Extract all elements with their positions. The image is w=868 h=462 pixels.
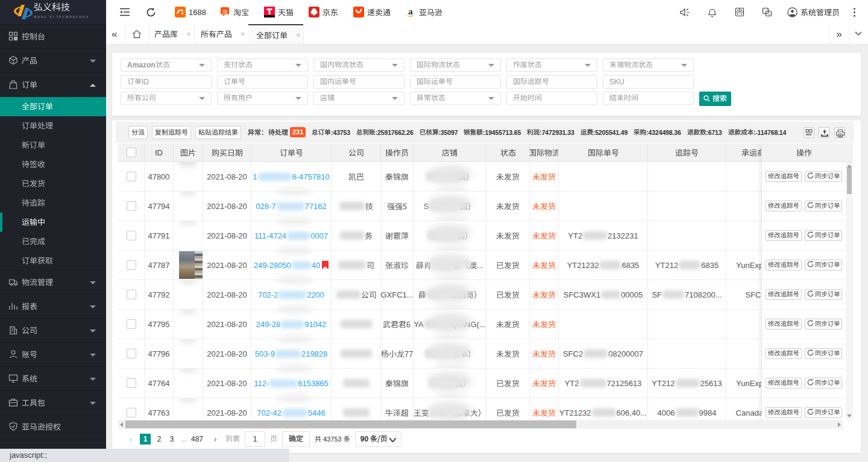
svg-text:a: a xyxy=(408,7,413,16)
